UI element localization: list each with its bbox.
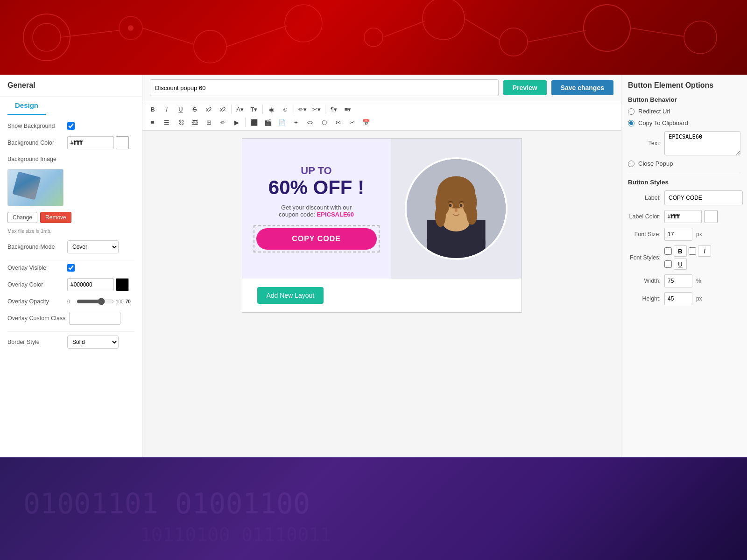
design-tab[interactable]: Design (7, 97, 46, 115)
close-popup-radio[interactable] (628, 161, 634, 167)
overlay-color-group: #000000 (67, 278, 129, 291)
copy-clipboard-row: Copy To Clipboard (628, 119, 740, 126)
overlay-color-label: Overlay Color (7, 281, 63, 288)
align-button[interactable]: ≡▾ (341, 103, 354, 115)
share-button[interactable]: ⬡ (317, 116, 331, 128)
video-button[interactable]: 🎬 (261, 116, 275, 128)
opacity-val-label: 70 (126, 299, 137, 304)
popup-percent-text: 60% OFF ! (268, 177, 364, 198)
pen-button[interactable]: ✏▾ (296, 103, 309, 115)
popup-up-to-text: UP TO (301, 165, 331, 177)
text-style-button[interactable]: T▾ (247, 103, 261, 115)
superscript-button[interactable]: x2 (216, 103, 229, 115)
background-color-group: #ffffff (67, 136, 129, 149)
redirect-url-radio[interactable] (628, 108, 634, 115)
change-image-button[interactable]: Change (7, 212, 37, 223)
highlight-button[interactable]: ✂▾ (310, 103, 323, 115)
add-button[interactable]: + (289, 116, 303, 128)
screenshot-button[interactable]: ⬛ (247, 116, 261, 128)
width-row: Width: 75 % (628, 274, 740, 287)
toolbar-sep-3 (294, 105, 294, 114)
model-circle-image (405, 157, 507, 260)
background-mode-select[interactable]: Cover Contain Repeat No Repeat (67, 240, 119, 253)
bg-preview-inner (8, 169, 63, 206)
overlay-custom-class-input[interactable] (69, 312, 120, 325)
italic-style-button[interactable]: I (698, 245, 711, 257)
toolbar-sep-4 (325, 105, 325, 114)
label-field-label: Label: (628, 195, 661, 201)
overlay-visible-checkbox[interactable] (67, 264, 75, 272)
label-row: Label: COPY CODE (628, 190, 740, 205)
label-color-input[interactable]: #ffffff (664, 210, 702, 223)
show-background-label: Show Background (7, 123, 63, 129)
overlay-custom-class-label: Overlay Custom Class (7, 315, 65, 322)
overlay-opacity-slider[interactable] (77, 298, 114, 305)
font-size-input[interactable]: 17 (664, 228, 692, 241)
code-button[interactable]: <> (303, 116, 317, 128)
border-style-select[interactable]: Solid Dashed Dotted None (67, 336, 119, 349)
doc-button[interactable]: 📄 (275, 116, 289, 128)
height-input[interactable]: 45 (664, 292, 692, 305)
font-size-field-label: Font Size: (628, 231, 661, 238)
clipboard-text-input[interactable]: EPICSALE60 (664, 131, 740, 155)
font-color-button[interactable]: A▾ (233, 103, 247, 115)
svg-point-33 (459, 204, 462, 207)
bold-checkbox[interactable] (664, 247, 672, 255)
svg-point-12 (500, 28, 528, 56)
svg-point-14 (584, 5, 630, 51)
overlay-color-swatch[interactable] (116, 278, 129, 291)
underline-style-button[interactable]: U (674, 259, 687, 270)
popup-subtext: Get your discount with our coupon code: … (279, 204, 354, 218)
font-size-row: Font Size: 17 px (628, 228, 740, 241)
svg-point-28 (435, 204, 445, 227)
label-input[interactable]: COPY CODE (664, 190, 743, 205)
font-styles-row-2: U (664, 259, 711, 270)
background-color-swatch[interactable] (116, 136, 129, 149)
list-unordered-button[interactable]: ☰ (160, 116, 173, 128)
right-panel-title: Button Element Options (628, 81, 740, 90)
scissors-button[interactable]: ✂ (345, 116, 359, 128)
popup-title-input[interactable]: Discount popup 60 (150, 79, 499, 96)
border-style-label: Border Style (7, 339, 63, 345)
paragraph-button[interactable]: ¶▾ (327, 103, 340, 115)
arrow-button[interactable]: ▶ (230, 116, 243, 128)
brush-button[interactable]: ✏ (216, 116, 229, 128)
subscript-button[interactable]: x2 (202, 103, 215, 115)
add-new-layout-button[interactable]: Add New Layout (257, 287, 324, 304)
italic-button[interactable]: I (160, 103, 173, 115)
show-background-checkbox[interactable] (67, 122, 75, 130)
color-picker-button[interactable]: ◉ (265, 103, 278, 115)
underline-button[interactable]: U (174, 103, 187, 115)
copy-clipboard-radio[interactable] (628, 120, 634, 126)
image-button[interactable]: 🖼 (188, 116, 201, 128)
overlay-opacity-label: Overlay Opacity (7, 298, 63, 305)
overlay-color-input[interactable]: #000000 (67, 278, 114, 291)
svg-point-29 (466, 205, 477, 224)
toolbar-sep-1 (231, 105, 232, 114)
width-input[interactable]: 75 (664, 274, 692, 287)
bold-button[interactable]: B (146, 103, 159, 115)
remove-image-button[interactable]: Remove (40, 212, 71, 223)
strikethrough-button[interactable]: S (188, 103, 201, 115)
link-button[interactable]: ⛓ (174, 116, 187, 128)
list-ordered-button[interactable]: ≡ (146, 116, 159, 128)
table-button[interactable]: ⊞ (202, 116, 215, 128)
background-color-input[interactable]: #ffffff (67, 136, 114, 149)
toolbar-row-1: B I U S x2 x2 A▾ T▾ ◉ ☺ ✏▾ ✂▾ ¶▾ ≡▾ (146, 103, 617, 115)
bold-style-button[interactable]: B (674, 245, 687, 257)
svg-line-13 (465, 19, 500, 40)
overlay-opacity-row: Overlay Opacity 0 100 70 (7, 298, 134, 305)
calendar-button[interactable]: 📅 (359, 116, 373, 128)
label-color-swatch[interactable] (705, 210, 718, 223)
redirect-url-row: Redirect Url (628, 108, 740, 115)
sidebar: General Design Show Background Backgroun… (0, 75, 142, 457)
save-changes-button[interactable]: Save changes (551, 80, 613, 95)
underline-checkbox[interactable] (664, 260, 672, 268)
italic-checkbox[interactable] (689, 247, 696, 255)
emoji-button[interactable]: ☺ (279, 103, 292, 115)
popup-copy-button[interactable]: COPY CODE (256, 228, 377, 250)
overlay-visible-row: Overlay Visible (7, 264, 134, 272)
svg-point-10 (423, 0, 465, 40)
preview-button[interactable]: Preview (503, 80, 547, 95)
email-button[interactable]: ✉ (331, 116, 345, 128)
